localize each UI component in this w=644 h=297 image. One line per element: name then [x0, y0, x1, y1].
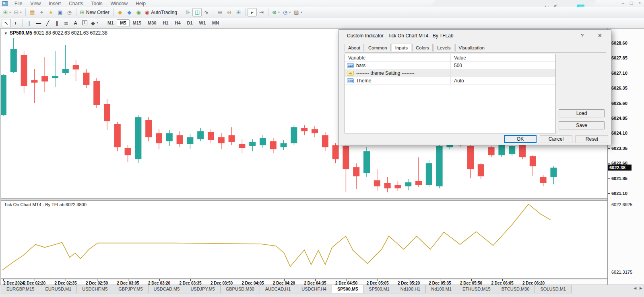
symbol-tab-gbpusd-m30[interactable]: GBPUSD,M30 — [220, 285, 260, 293]
symbol-tab-sp500-m5[interactable]: SP500,M5 — [332, 285, 363, 293]
symbol-tab-eurusd-m1[interactable]: EURUSD,M1 — [40, 285, 77, 293]
restore-button[interactable]: ▢ — [630, 1, 633, 5]
symbol-tab-nd100-h1[interactable]: Nd100,H1 — [395, 285, 426, 293]
market-watch-button[interactable]: ▦ — [28, 8, 37, 16]
symbol-tab-usdcad-m5[interactable]: USDCAD,M5 — [148, 285, 186, 293]
timeframe-h1[interactable]: H1 — [159, 19, 171, 27]
zoom-out-button[interactable]: ⊖ — [225, 8, 234, 16]
timeframe-m30[interactable]: M30 — [144, 19, 159, 27]
signals-button[interactable]: ◉ — [134, 8, 143, 16]
timeframe-w1[interactable]: W1 — [196, 19, 209, 27]
navigator-button[interactable]: ★ — [46, 8, 56, 16]
menu-file[interactable]: File — [10, 0, 26, 7]
terminal-button[interactable]: ▣ — [56, 8, 65, 16]
inputs-table-row[interactable]: 123bars500 — [345, 62, 555, 70]
close-button[interactable]: × — [638, 1, 641, 5]
minimize-button[interactable]: – — [622, 1, 624, 5]
ok-button[interactable]: OK — [504, 135, 537, 143]
chart-shift-button[interactable]: ⇥ — [257, 8, 266, 16]
tabs-scroll-right-icon[interactable]: ▶ — [640, 286, 642, 290]
crosshair-button[interactable]: + — [11, 19, 20, 27]
time-axis[interactable]: 2 Dec 20242 Dec 02:202 Dec 02:352 Dec 02… — [1, 279, 607, 285]
cursor-button[interactable]: ↖ — [2, 19, 11, 27]
dialog-help-icon[interactable]: ? — [581, 33, 584, 39]
autotrading-button[interactable]: ◉AutoTrading — [143, 8, 179, 16]
dialog-close-icon[interactable]: ✕ — [598, 33, 602, 39]
symbol-tab-usdjpy-m5[interactable]: USDJPY,M5 — [185, 285, 220, 293]
new-chart-button[interactable]: ⊞▾ — [2, 8, 12, 16]
save-button[interactable]: Save — [559, 121, 605, 129]
candlestick-chart-button[interactable]: ◫ — [192, 8, 202, 16]
symbol-tab-sp500-m1[interactable]: SP500,M1 — [363, 285, 395, 293]
symbol-tab-ethusd-m15[interactable]: ETHUSD,M15 — [457, 285, 496, 293]
data-window-button[interactable]: ⌖ — [37, 8, 46, 16]
timeframe-h4[interactable]: H4 — [171, 19, 184, 27]
price-axis[interactable]: 6028.606027.856027.106026.356025.606024.… — [607, 29, 644, 285]
timeframe-d1[interactable]: D1 — [184, 19, 196, 27]
text-label-button[interactable]: T — [80, 19, 89, 27]
variable-name: bars — [356, 63, 365, 68]
new-order-button[interactable]: ⊞New Order — [78, 8, 111, 16]
indicator-panel[interactable]: Tick On Chart MT4 - By TFLab 6022.3800 — [1, 201, 607, 279]
indicators-button[interactable]: ⊕▾ — [270, 8, 281, 16]
profiles-button[interactable]: ⊟▾ — [12, 8, 23, 16]
dialog-tab-about[interactable]: About — [345, 44, 364, 51]
inputs-table-row[interactable]: ab-------- theme Setting -------- — [345, 70, 555, 77]
menu-view[interactable]: View — [26, 0, 45, 7]
timeframe-m15[interactable]: M15 — [130, 19, 144, 27]
tabs-scroll-left-icon[interactable]: ◀ — [634, 286, 636, 290]
cancel-button[interactable]: Cancel — [540, 135, 572, 143]
symbol-tab-nd100-m1[interactable]: Nd100,M1 — [425, 285, 457, 293]
menu-tools[interactable]: Tools — [87, 0, 107, 7]
dialog-tab-inputs[interactable]: Inputs — [392, 43, 411, 51]
strategy-tester-button[interactable]: ◷ — [65, 8, 74, 16]
text-button[interactable]: A — [71, 19, 80, 27]
fibonacci-button[interactable]: ≣ — [62, 19, 71, 27]
line-chart-button[interactable]: ∿ — [202, 8, 211, 16]
charts-upload-button[interactable]: ◆ — [125, 8, 134, 16]
candle — [177, 135, 183, 144]
symbol-tab-btcusd-m30[interactable]: BTCUSD,M30 — [496, 285, 535, 293]
timeframe-m5[interactable]: M5 — [117, 19, 129, 27]
new-chart-dropdown-icon[interactable]: ▾ — [9, 11, 11, 14]
dialog-tab-colors[interactable]: Colors — [412, 44, 433, 51]
horizontal-line-button[interactable]: — — [34, 19, 43, 27]
timeframe-m1[interactable]: M1 — [104, 19, 117, 27]
bar-chart-button[interactable]: ⊪ — [183, 8, 192, 16]
symbol-tab-audcad-h1[interactable]: AUDCAD,H1 — [260, 285, 297, 293]
dialog-tab-levels[interactable]: Levels — [433, 44, 454, 51]
auto-scroll-button[interactable]: ▸ — [248, 8, 257, 16]
zoom-in-button[interactable]: ⊕ — [215, 8, 225, 16]
menu-window[interactable]: Window — [107, 0, 132, 7]
menu-insert[interactable]: Insert — [45, 0, 65, 7]
templates-dropdown-icon[interactable]: ▾ — [301, 11, 302, 14]
load-button[interactable]: Load — [559, 109, 605, 117]
profiles-dropdown-icon[interactable]: ▾ — [20, 11, 22, 14]
indicators-dropdown-icon[interactable]: ▾ — [278, 11, 280, 14]
periods-dropdown-icon[interactable]: ▾ — [289, 11, 291, 14]
variable-value[interactable]: 500 — [451, 63, 555, 68]
dialog-tab-visualization[interactable]: Visualization — [455, 44, 488, 51]
symbol-tab-usdchf-h4[interactable]: USDCHF,H4 — [296, 285, 332, 293]
metaeditor-button[interactable]: ◆ — [116, 8, 125, 16]
arrows-button[interactable]: ◆▾ — [89, 19, 100, 27]
symbol-tab-usdchf-m5[interactable]: USDCHF,M5 — [76, 285, 113, 293]
periods-button[interactable]: ◷▾ — [281, 8, 292, 16]
variable-value[interactable]: Auto — [451, 78, 555, 84]
tile-windows-button[interactable]: ⊞ — [234, 8, 243, 16]
inputs-table-row[interactable]: 123ThemeAuto — [345, 77, 555, 85]
templates-button[interactable]: ▨▾ — [292, 8, 303, 16]
symbol-tab-solusd-m1[interactable]: SOLUSD,M1 — [535, 285, 572, 293]
timeframe-mn[interactable]: MN — [209, 19, 222, 27]
symbol-tab-gbpjpy-m5[interactable]: GBPJPY,M5 — [113, 285, 148, 293]
vertical-line-button[interactable]: | — [25, 19, 34, 27]
dialog-tab-common[interactable]: Common — [365, 44, 391, 51]
symbol-tab-eurgbp-m15[interactable]: EURGBP,M15 — [1, 285, 40, 293]
collapse-icon[interactable]: ▼ — [4, 31, 8, 35]
menu-charts[interactable]: Charts — [65, 0, 87, 7]
channel-button[interactable]: ∥ — [52, 19, 62, 27]
trend-line-button[interactable]: ╱ — [43, 19, 52, 27]
menu-help[interactable]: Help — [132, 0, 150, 7]
arrows-dropdown-icon[interactable]: ▾ — [97, 21, 98, 25]
reset-button[interactable]: Reset — [576, 135, 608, 143]
